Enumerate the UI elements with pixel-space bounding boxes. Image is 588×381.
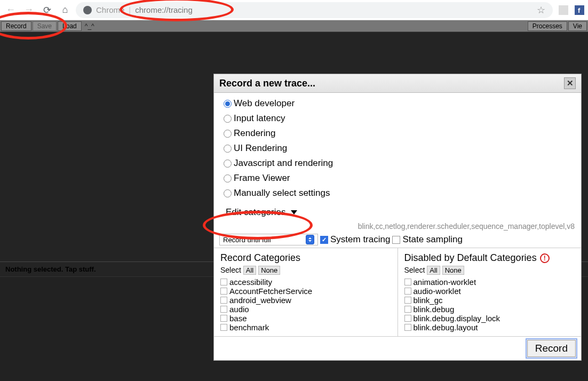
record-categories-column: Record Categories Select All None access…	[214, 248, 398, 336]
chevron-down-icon	[291, 210, 297, 215]
category-list: animation-worklet audio-worklet blink_gc…	[404, 277, 575, 332]
select-row: Select All None	[404, 266, 575, 274]
reload-button[interactable]: ⟳	[39, 3, 54, 18]
category-item[interactable]: audio	[220, 305, 391, 314]
category-list: accessibility AccountFetcherService andr…	[220, 277, 391, 332]
categories-summary: blink,cc,netlog,renderer.scheduler,seque…	[214, 222, 581, 232]
category-item[interactable]: blink.debug	[404, 305, 575, 314]
system-tracing-checkbox[interactable]: ✓	[320, 236, 328, 244]
state-sampling-label: State sampling	[402, 234, 462, 245]
address-bar[interactable]: Chrome | chrome://tracing ☆	[76, 2, 553, 18]
radio-dot-icon	[224, 145, 232, 153]
radio-rendering[interactable]: Rendering	[224, 128, 571, 139]
radio-js-rendering[interactable]: Javascript and rendering	[224, 158, 571, 169]
category-item[interactable]: animation-worklet	[404, 277, 575, 287]
checkbox-icon	[220, 297, 227, 304]
select-row: Select All None	[220, 266, 391, 274]
radio-dot-icon	[224, 174, 232, 182]
system-tracing-label: System tracing	[330, 234, 390, 245]
checkbox-icon	[404, 324, 411, 331]
record-trace-dialog: Record a new trace... ✕ Web developer In…	[213, 74, 582, 361]
checkbox-icon	[404, 306, 411, 313]
category-item[interactable]: android_webview	[220, 296, 391, 305]
state-sampling-checkbox[interactable]	[392, 236, 400, 244]
record-mode-select[interactable]: Record until full	[219, 234, 318, 245]
select-all-button[interactable]: All	[427, 266, 440, 275]
extension-icon-facebook[interactable]: f	[574, 5, 585, 15]
radio-manual-settings[interactable]: Manually select settings	[224, 188, 571, 199]
warning-icon: !	[540, 253, 550, 263]
start-record-button[interactable]: Record	[527, 340, 576, 357]
home-button[interactable]: ⌂	[58, 3, 73, 18]
dialog-title: Record a new trace...	[219, 78, 315, 89]
trace-preset-radios: Web developer Input latency Rendering UI…	[214, 93, 581, 201]
back-button[interactable]: ←	[3, 3, 18, 18]
dialog-title-bar: Record a new trace... ✕	[214, 74, 581, 93]
category-item[interactable]: blink.debug.layout	[404, 323, 575, 332]
radio-dot-icon	[224, 130, 232, 138]
radio-dot-icon	[224, 100, 232, 108]
disabled-categories-column: Disabled by Default Categories ! Select …	[398, 248, 582, 336]
category-item[interactable]: audio-worklet	[404, 287, 575, 296]
checkbox-icon	[220, 315, 227, 322]
radio-frame-viewer[interactable]: Frame Viewer	[224, 173, 571, 184]
radio-dot-icon	[224, 115, 232, 123]
radio-dot-icon	[224, 160, 232, 168]
checkbox-icon	[220, 288, 227, 295]
category-item[interactable]: AccountFetcherService	[220, 287, 391, 296]
extension-icon-1[interactable]	[558, 5, 569, 15]
bookmark-star-icon[interactable]: ☆	[537, 4, 545, 16]
radio-ui-rendering[interactable]: UI Rendering	[224, 143, 571, 154]
url-scheme-label: Chrome	[96, 5, 124, 14]
select-stepper-icon	[306, 235, 314, 244]
select-none-button[interactable]: None	[442, 266, 464, 275]
category-item[interactable]: accessibility	[220, 277, 391, 287]
checkbox-icon	[404, 279, 411, 285]
url-text: chrome://tracing	[135, 5, 193, 14]
categories-columns: Record Categories Select All None access…	[214, 248, 581, 337]
record-options-row: Record until full ✓ System tracing State…	[214, 232, 581, 248]
category-item[interactable]: blink.debug.display_lock	[404, 314, 575, 323]
dialog-footer: Record	[214, 337, 581, 360]
edit-categories-toggle[interactable]: Edit categories	[224, 206, 303, 219]
category-item[interactable]: blink_gc	[404, 296, 575, 305]
checkbox-icon	[220, 306, 227, 313]
svg-rect-0	[559, 5, 568, 15]
checkbox-icon	[404, 315, 411, 322]
disabled-categories-heading: Disabled by Default Categories !	[404, 252, 575, 264]
checkbox-icon	[220, 279, 227, 285]
select-none-button[interactable]: None	[258, 266, 280, 275]
checkbox-icon	[404, 288, 411, 295]
browser-toolbar: ← → ⟳ ⌂ Chrome | chrome://tracing ☆ f	[0, 0, 588, 20]
category-item[interactable]: benchmark	[220, 323, 391, 332]
close-button[interactable]: ✕	[564, 77, 576, 89]
radio-input-latency[interactable]: Input latency	[224, 113, 571, 124]
chrome-icon	[83, 6, 92, 14]
select-all-button[interactable]: All	[243, 266, 256, 275]
radio-web-developer[interactable]: Web developer	[224, 98, 571, 109]
record-categories-heading: Record Categories	[220, 252, 391, 264]
radio-dot-icon	[224, 189, 232, 197]
forward-button[interactable]: →	[21, 3, 36, 18]
category-item[interactable]: base	[220, 314, 391, 323]
svg-text:f: f	[578, 6, 581, 14]
checkbox-icon	[404, 297, 411, 304]
checkbox-icon	[220, 324, 227, 331]
url-separator: |	[129, 5, 131, 14]
